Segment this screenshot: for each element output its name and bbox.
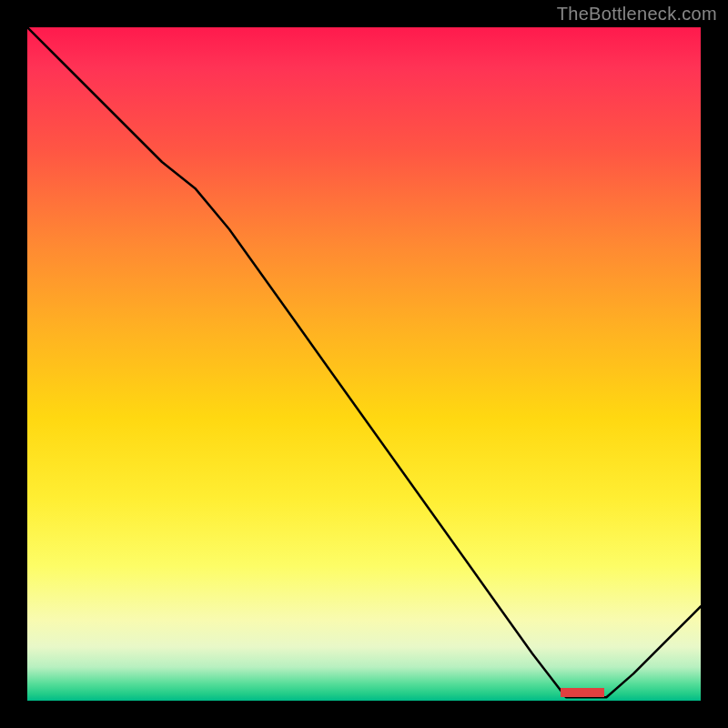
bottleneck-curve xyxy=(27,27,701,701)
optimum-marker-label: OPTIMUM ≈0 xyxy=(561,688,604,697)
attribution-text: TheBottleneck.com xyxy=(557,4,717,25)
chart-plot-area: OPTIMUM ≈0 xyxy=(27,27,701,701)
